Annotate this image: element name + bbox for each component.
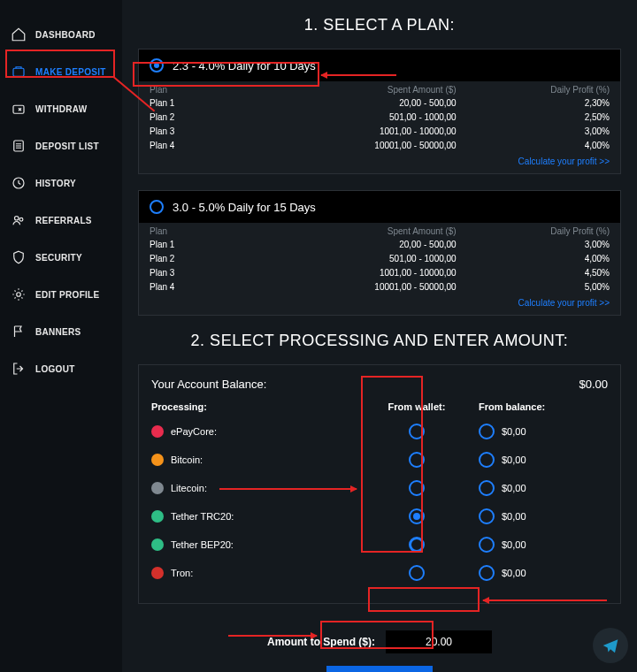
col-plan: Plan	[150, 85, 303, 95]
sidebar-item-deposit-list[interactable]: DEPOSIT LIST	[0, 127, 122, 164]
plan-row: Plan 120,00 - 500,002,30%	[150, 96, 610, 111]
col-spent: Spent Amount ($)	[303, 85, 456, 95]
section-title-processing: 2. SELECT PROCESSING AND ENTER AMOUNT:	[138, 332, 621, 350]
section-title-plan: 1. SELECT A PLAN:	[138, 16, 621, 34]
processing-row-litecoin: Litecoin: $0,00	[151, 474, 608, 502]
wallet-radio[interactable]	[409, 537, 425, 553]
withdraw-icon	[11, 101, 27, 117]
proc-name: Bitcoin:	[151, 454, 364, 466]
flag-icon	[11, 324, 27, 340]
plan-row: Plan 120,00 - 500,003,00%	[150, 238, 610, 252]
radio-icon	[150, 200, 164, 214]
telegram-icon	[602, 637, 619, 654]
plan-title: 3.0 - 5.0% Daily for 15 Days	[173, 201, 316, 214]
plan-header-2[interactable]: 3.0 - 5.0% Daily for 15 Days	[139, 191, 620, 223]
col-from-balance: From balance:	[470, 401, 608, 412]
balance-radio[interactable]	[479, 537, 495, 553]
processing-panel: Your Account Balance: $0.00 Processing: …	[138, 364, 621, 604]
tether-icon	[151, 538, 164, 551]
col-profit: Daily Profit (%)	[457, 226, 610, 236]
sidebar-item-referrals[interactable]: REFERRALS	[0, 202, 122, 239]
balance-radio[interactable]	[479, 424, 495, 439]
svg-point-6	[17, 293, 21, 297]
shield-icon	[11, 249, 27, 265]
amount-label: Amount to Spend ($):	[267, 636, 375, 648]
svg-rect-0	[13, 68, 24, 76]
proc-name: Litecoin:	[151, 482, 364, 494]
balance-radio[interactable]	[479, 480, 495, 496]
clock-icon	[11, 175, 27, 191]
proc-balance: $0,00	[502, 483, 526, 493]
plan-rows: Plan 120,00 - 500,003,00% Plan 2501,00 -…	[139, 238, 620, 296]
sidebar-item-label: REFERRALS	[35, 216, 92, 225]
proc-name: Tron:	[151, 567, 364, 579]
svg-rect-1	[13, 105, 24, 113]
balance-radio[interactable]	[479, 452, 495, 468]
calculate-profit-link[interactable]: Calculate your profit >>	[139, 155, 620, 173]
col-from-wallet: From wallet:	[364, 401, 470, 412]
processing-row-epaycore: ePayCore: $0,00	[151, 417, 608, 446]
plan-row: Plan 410001,00 - 50000,004,00%	[150, 139, 610, 153]
plan-columns: Plan Spent Amount ($) Daily Profit (%)	[139, 223, 620, 238]
plan-row: Plan 2501,00 - 1000,004,00%	[150, 252, 610, 266]
svg-point-5	[19, 218, 23, 221]
amount-row: Amount to Spend ($):	[138, 630, 621, 653]
home-icon	[11, 27, 27, 42]
proc-name: ePayCore:	[151, 425, 364, 438]
sidebar-item-label: SECURITY	[35, 253, 82, 263]
sidebar-item-edit-profile[interactable]: EDIT PROFILE	[0, 276, 122, 313]
col-spent: Spent Amount ($)	[303, 226, 456, 236]
sidebar-item-dashboard[interactable]: DASHBOARD	[0, 16, 122, 53]
sidebar-item-label: DEPOSIT LIST	[35, 141, 99, 151]
tron-icon	[151, 567, 164, 579]
sidebar-item-security[interactable]: SECURITY	[0, 239, 122, 276]
calculate-profit-link[interactable]: Calculate your profit >>	[139, 296, 620, 315]
epaycore-icon	[151, 425, 164, 438]
plan-header-1[interactable]: 2.3 - 4.0% Daily for 10 Days	[139, 50, 620, 81]
balance-value: $0.00	[579, 378, 608, 391]
telegram-button[interactable]	[593, 628, 628, 663]
plan-row: Plan 410001,00 - 50000,005,00%	[150, 280, 610, 294]
col-processing: Processing:	[151, 401, 364, 412]
sidebar-item-make-deposit[interactable]: MAKE DEPOSIT	[0, 53, 122, 90]
litecoin-icon	[151, 482, 164, 494]
amount-input[interactable]	[386, 630, 492, 653]
col-profit: Daily Profit (%)	[457, 85, 610, 95]
wallet-radio[interactable]	[409, 480, 425, 496]
processing-columns: Processing: From wallet: From balance:	[151, 401, 608, 417]
plan-card-2: 3.0 - 5.0% Daily for 15 Days Plan Spent …	[138, 190, 621, 316]
processing-row-bitcoin: Bitcoin: $0,00	[151, 446, 608, 474]
plan-title: 2.3 - 4.0% Daily for 10 Days	[173, 59, 316, 73]
wallet-radio[interactable]	[409, 565, 425, 581]
sidebar-item-logout[interactable]: LOGOUT	[0, 350, 122, 387]
sidebar-item-withdraw[interactable]: WITHDRAW	[0, 90, 122, 127]
balance-radio[interactable]	[479, 565, 495, 581]
plan-row: Plan 31001,00 - 10000,003,00%	[150, 125, 610, 139]
proc-balance: $0,00	[502, 568, 526, 578]
proc-balance: $0,00	[502, 511, 526, 522]
plan-row: Plan 31001,00 - 10000,004,50%	[150, 266, 610, 280]
bitcoin-icon	[151, 454, 164, 466]
wallet-radio[interactable]	[409, 424, 425, 439]
list-icon	[11, 138, 27, 154]
sidebar-item-label: BANNERS	[35, 327, 81, 337]
plan-rows: Plan 120,00 - 500,002,30% Plan 2501,00 -…	[139, 96, 620, 155]
balance-row: Your Account Balance: $0.00	[151, 378, 608, 391]
balance-label: Your Account Balance:	[151, 378, 266, 391]
gear-icon	[11, 286, 27, 302]
sidebar-item-label: HISTORY	[35, 179, 76, 188]
sidebar-item-history[interactable]: HISTORY	[0, 164, 122, 202]
sidebar-item-banners[interactable]: BANNERS	[0, 313, 122, 350]
logout-icon	[11, 361, 27, 377]
proc-balance: $0,00	[502, 539, 526, 550]
sidebar-item-label: LOGOUT	[35, 364, 75, 374]
processing-row-tether-bep20: Tether BEP20: $0,00	[151, 531, 608, 559]
balance-radio[interactable]	[479, 508, 495, 524]
spend-button[interactable]: SPEND	[326, 666, 433, 672]
wallet-radio[interactable]	[409, 452, 425, 468]
plan-columns: Plan Spent Amount ($) Daily Profit (%)	[139, 81, 620, 96]
wallet-icon	[11, 64, 27, 80]
svg-point-4	[15, 217, 19, 221]
wallet-radio[interactable]	[409, 508, 425, 524]
sidebar-item-label: WITHDRAW	[35, 104, 88, 114]
